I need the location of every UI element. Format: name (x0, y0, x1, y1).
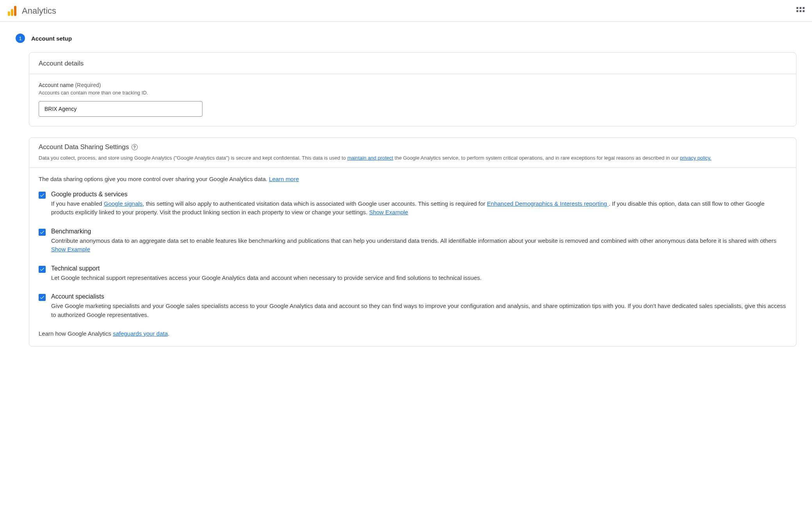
check-content: Benchmarking Contribute anonymous data t… (51, 228, 787, 254)
safeguards-data-link[interactable]: safeguards your data (113, 330, 168, 337)
analytics-logo-icon (8, 6, 16, 16)
data-sharing-card: Account Data Sharing Settings ? Data you… (29, 137, 796, 347)
card-title: Account details (39, 60, 787, 68)
desc-text: the Google Analytics service, to perform… (393, 155, 680, 161)
card-header: Account details (29, 53, 796, 74)
footer-end: . (168, 330, 169, 337)
check-desc: Contribute anonymous data to an aggregat… (51, 237, 787, 254)
account-name-label: Account name (Required) (39, 82, 787, 88)
check-icon (39, 192, 45, 198)
sharing-description: Data you collect, process, and store usi… (39, 154, 787, 162)
step-number-badge: 1 (16, 34, 25, 43)
step-header: 1 Account setup (16, 34, 796, 43)
sharing-body: The data sharing options give you more c… (29, 168, 796, 347)
sharing-title-row: Account Data Sharing Settings ? (39, 143, 787, 151)
checkbox-benchmarking[interactable] (39, 229, 46, 236)
google-signals-link[interactable]: Google signals (104, 200, 142, 207)
check-desc: If you have enabled Google signals, this… (51, 199, 787, 217)
check-title: Google products & services (51, 191, 787, 198)
label-text: Account name (39, 82, 74, 88)
check-content: Technical support Let Google technical s… (51, 265, 787, 283)
learn-more-link[interactable]: Learn more (269, 176, 299, 182)
footer-text: Learn how Google Analytics (39, 330, 113, 337)
maintain-protect-link[interactable]: maintain and protect (347, 155, 393, 161)
card-body: Account name (Required) Accounts can con… (29, 74, 796, 126)
main-content: 1 Account setup Account details Account … (0, 22, 812, 373)
sharing-footer: Learn how Google Analytics safeguards yo… (39, 330, 787, 337)
check-title: Benchmarking (51, 228, 787, 235)
app-header: Analytics (0, 0, 812, 22)
check-title: Account specialists (51, 293, 787, 300)
check-content: Google products & services If you have e… (51, 191, 787, 217)
privacy-policy-link[interactable]: privacy policy. (680, 155, 712, 161)
option-benchmarking: Benchmarking Contribute anonymous data t… (39, 228, 787, 254)
header-left: Analytics (8, 6, 56, 16)
checkbox-technical-support[interactable] (39, 266, 46, 273)
step-title: Account setup (31, 35, 72, 42)
required-tag: (Required) (75, 82, 101, 88)
check-icon (39, 267, 45, 272)
account-details-card: Account details Account name (Required) … (29, 52, 796, 126)
field-hint: Accounts can contain more than one track… (39, 90, 787, 96)
sharing-title: Account Data Sharing Settings (39, 143, 129, 151)
check-desc: Let Google technical support representat… (51, 274, 787, 283)
sharing-header: Account Data Sharing Settings ? Data you… (29, 138, 796, 168)
intro-text: The data sharing options give you more c… (39, 176, 787, 182)
checkbox-account-specialists[interactable] (39, 294, 46, 301)
enhanced-demographics-link[interactable]: Enhanced Demographics & Interests report… (487, 200, 609, 207)
desc-text: If you have enabled (51, 200, 104, 207)
check-content: Account specialists Give Google marketin… (51, 293, 787, 319)
check-title: Technical support (51, 265, 787, 272)
show-example-link[interactable]: Show Example (51, 246, 90, 253)
check-icon (39, 295, 45, 300)
intro-text-content: The data sharing options give you more c… (39, 176, 269, 182)
help-icon[interactable]: ? (131, 144, 138, 150)
apps-grid-icon[interactable] (796, 7, 804, 15)
desc-text: , this setting will also apply to authen… (142, 200, 487, 207)
option-account-specialists: Account specialists Give Google marketin… (39, 293, 787, 319)
check-icon (39, 229, 45, 235)
check-desc: Give Google marketing specialists and yo… (51, 302, 787, 319)
checkbox-google-products[interactable] (39, 192, 46, 199)
app-title: Analytics (22, 6, 56, 16)
desc-text: Data you collect, process, and store usi… (39, 155, 347, 161)
option-technical-support: Technical support Let Google technical s… (39, 265, 787, 283)
option-google-products: Google products & services If you have e… (39, 191, 787, 217)
show-example-link[interactable]: Show Example (369, 209, 408, 215)
desc-text: Contribute anonymous data to an aggregat… (51, 237, 776, 244)
account-name-input[interactable] (39, 101, 203, 117)
